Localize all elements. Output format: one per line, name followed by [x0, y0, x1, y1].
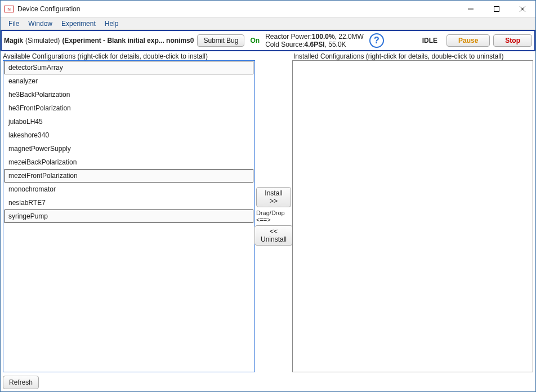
available-label: Available Configurations (right-click fo…: [3, 52, 258, 60]
close-button[interactable]: [510, 1, 535, 17]
reactor-power-value: 100.0%: [312, 33, 335, 41]
instrument-name: Magik: [4, 37, 23, 44]
titlebar: N Device Configuration: [1, 1, 535, 17]
cold-source-suffix: , 55.0K: [325, 41, 346, 48]
status-toolbar: Magik (Simulated) (Experiment - Blank in…: [1, 30, 535, 51]
menu-help[interactable]: Help: [100, 19, 123, 29]
experiment-label: (Experiment - Blank initial exp... nonim…: [62, 37, 194, 44]
footer: Refresh: [1, 373, 535, 391]
available-item[interactable]: he3FrontPolarization: [5, 101, 253, 115]
instrument-info: Magik (Simulated) (Experiment - Blank in…: [4, 37, 194, 44]
window-title: Device Configuration: [17, 5, 80, 13]
window-controls: [458, 1, 535, 17]
install-button[interactable]: Install >>: [256, 187, 291, 207]
available-list[interactable]: detectorSumArrayeanalyzerhe3BackPolariza…: [3, 60, 255, 372]
installed-label: Installed Configurations (right-click fo…: [293, 52, 533, 60]
drag-drop-label: Drag/Drop <==>: [256, 210, 291, 223]
menu-window[interactable]: Window: [24, 19, 57, 29]
submit-bug-button[interactable]: Submit Bug: [197, 34, 244, 47]
reactor-status: Reactor Power:100.0%, 22.0MW Cold Source…: [265, 33, 364, 48]
help-icon[interactable]: ?: [369, 33, 384, 48]
pause-button[interactable]: Pause: [446, 34, 490, 47]
available-item[interactable]: julaboLH45: [5, 115, 253, 128]
available-item[interactable]: lakeshore340: [5, 128, 253, 142]
maximize-button[interactable]: [484, 1, 510, 17]
app-window: N Device Configuration File Window Exper…: [0, 0, 536, 392]
menu-experiment[interactable]: Experiment: [57, 19, 100, 29]
instrument-mode: (Simulated): [25, 37, 60, 44]
available-item[interactable]: monochromator: [5, 182, 253, 196]
available-item[interactable]: magnetPowerSupply: [5, 142, 253, 155]
minimize-button[interactable]: [458, 1, 484, 17]
cold-source-value: 4.6PSI: [305, 41, 325, 48]
refresh-button[interactable]: Refresh: [3, 376, 39, 389]
available-item[interactable]: eanalyzer: [5, 74, 253, 88]
available-item[interactable]: syringePump: [5, 210, 253, 223]
transfer-controls: Install >> Drag/Drop <==> << Uninstall: [255, 60, 292, 372]
reactor-power-label: Reactor Power:: [265, 33, 312, 41]
svg-rect-3: [494, 6, 499, 11]
app-icon: N: [4, 4, 14, 14]
available-item[interactable]: he3BackPolarization: [5, 88, 253, 101]
uninstall-button[interactable]: << Uninstall: [254, 225, 293, 246]
svg-text:N: N: [7, 7, 11, 12]
available-item[interactable]: neslabRTE7: [5, 196, 253, 210]
reactor-power-suffix: , 22.0MW: [335, 33, 364, 41]
menu-file[interactable]: File: [4, 19, 24, 29]
installed-list[interactable]: [292, 60, 533, 372]
available-item[interactable]: detectorSumArray: [5, 61, 253, 74]
cold-source-label: Cold Source:: [265, 41, 304, 48]
content-area: Available Configurations (right-click fo…: [1, 51, 535, 391]
available-item[interactable]: mezeiFrontPolarization: [5, 169, 253, 182]
on-status: On: [248, 37, 262, 44]
menubar: File Window Experiment Help: [1, 17, 535, 30]
available-item[interactable]: mezeiBackPolarization: [5, 155, 253, 169]
idle-status: IDLE: [417, 37, 443, 44]
stop-button[interactable]: Stop: [493, 34, 532, 47]
